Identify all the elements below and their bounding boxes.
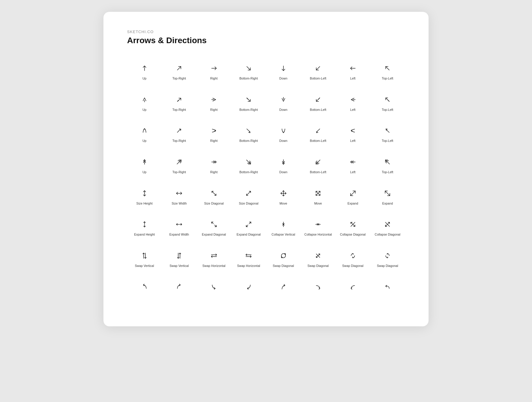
curve-downleft-icon [244,281,253,292]
arrow-bottomright-icon [244,63,253,74]
icon-cell: Move [266,182,301,210]
swap-vertical1-icon [140,250,149,261]
move1-icon [279,188,288,199]
icon-label: Right [210,170,218,174]
arrow-right-hollow-icon [210,94,218,105]
icon-cell: Up [127,119,162,148]
icon-cell: Expand Diagonal [197,213,231,241]
svg-line-26 [212,191,216,195]
icon-cell: Collapse Horizontal [301,213,336,241]
arrow-topright-curved-icon [175,125,183,136]
icon-label: Bottom-Left [310,108,326,112]
icon-label: Left [350,170,356,174]
icon-cell [197,275,231,300]
arrow-bottomleft-icon [314,63,322,74]
svg-line-13 [318,98,320,99]
icon-cell: Top-Left [370,151,405,179]
svg-line-32 [351,191,355,196]
curve-up2-icon [279,281,288,292]
svg-line-3 [247,67,250,70]
icon-cell [231,275,266,300]
icon-cell: Swap Horizontal [197,244,231,273]
icon-cell [162,275,197,300]
icon-label: Up [142,170,147,174]
svg-line-21 [316,160,320,164]
main-card: SKETCHI.CO Arrows & Directions Up Top-Ri… [103,12,429,326]
arrow-right-double-icon [210,157,218,167]
arrow-bottomright-hollow-icon [244,94,253,105]
icon-label: Left [350,139,356,143]
icon-label: Collapse Horizontal [304,233,332,237]
icon-label: Move [280,202,287,206]
icon-cell: Swap Vertical [127,244,162,273]
icon-label: Top-Right [172,139,186,143]
svg-line-23 [385,160,390,164]
icon-cell: Right [197,151,231,179]
arrow-left-double-icon [349,157,357,167]
svg-line-1 [177,67,181,70]
icon-grid-row1: Up Top-Right Right Bottom-Right [127,57,405,85]
svg-line-5 [316,67,320,70]
icon-grid-row3: Up Top-Right Right Bottom-Right [127,119,405,148]
icon-grid-row2: Up Top-Right Right Bottom-Right [127,88,405,117]
icon-label: Expand Height [134,233,155,237]
arrow-topleft-curved-icon [383,125,392,136]
icon-label: Top-Left [382,77,393,81]
icon-label: Move [314,202,322,206]
icon-cell: Down [266,119,301,148]
expand-diagonal1-icon [210,219,218,230]
icon-label: Swap Diagonal [342,264,364,268]
icon-cell: Collapse Vertical [266,213,301,241]
arrow-bottomright-curved-icon [244,125,253,136]
icon-label: Top-Left [382,139,393,143]
arrow-left-icon [349,63,357,74]
arrow-topright-double-icon [175,157,183,167]
arrow-right-curved-icon [210,125,218,136]
icon-label: Size Width [172,202,187,206]
icon-cell: Top-Left [370,88,405,117]
icon-cell: Swap Vertical [162,244,197,273]
swap-diagonal2-icon [314,250,322,261]
icon-label: Collapse Diagonal [340,233,366,237]
arrow-down-hollow-icon [279,94,288,105]
icon-cell: Swap Diagonal [266,244,301,273]
expand1-icon [349,188,357,199]
icon-grid-row5: Size Height Size Width Size Diagonal Siz… [127,182,405,210]
icon-label: Swap Vertical [170,264,189,268]
collapse-vertical-icon [279,219,288,230]
icon-cell [266,275,301,300]
icon-label: Size Diagonal [239,202,258,206]
size-width-icon [175,188,183,199]
icon-cell: Bottom-Left [301,57,336,85]
arrow-left-hollow-icon [349,94,357,105]
arrow-topleft-hollow-icon [383,94,392,105]
svg-line-19 [246,160,251,164]
icon-cell: Down [266,57,301,85]
icon-cell: Swap Diagonal [370,244,405,273]
icon-cell: Right [197,57,231,85]
icon-label: Collapse Vertical [272,233,295,237]
icon-cell [370,275,405,300]
icon-grid-row4: Up Top-Right Right Bottom-Right [127,151,405,179]
icon-cell: Right [197,88,231,117]
curve-downright-icon [210,281,218,292]
arrow-bottomleft-hollow-icon [314,94,322,105]
icon-label: Down [279,170,287,174]
swap-vertical2-icon [175,250,183,261]
icon-label: Collapse Diagonal [375,233,400,237]
icon-grid-row6: Expand Height Expand Width Expand Diagon… [127,213,405,241]
swap-diagonal1-icon [279,250,288,261]
arrow-right-icon [210,63,218,74]
icon-label: Expand Diagonal [236,233,261,237]
svg-line-27 [246,191,251,195]
icon-grid-row8 [127,275,405,300]
icon-cell: Up [127,57,162,85]
icon-cell: Bottom-Left [301,88,336,117]
swap-horizontal2-icon [244,250,253,261]
icon-cell: Top-Right [162,88,197,117]
icon-label: Top-Left [382,108,393,112]
icon-label: Swap Vertical [135,264,154,268]
icon-cell: Top-Right [162,151,197,179]
expand-width-icon [175,219,183,230]
icon-label: Bottom-Right [239,139,258,143]
